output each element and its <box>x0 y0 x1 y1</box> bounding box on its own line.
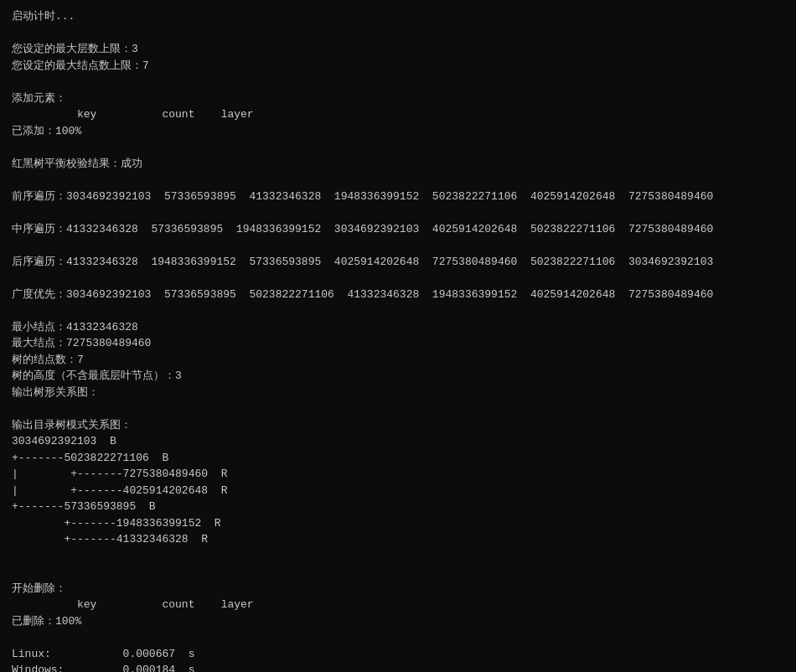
terminal-line-delete-table-header: key count layer <box>12 597 784 613</box>
empty-line-empty9 <box>12 401 784 417</box>
terminal-line-start-timer: 启动计时... <box>12 8 784 25</box>
terminal-line-inorder: 中序遍历：41332346328 57336593895 19483363991… <box>12 221 784 238</box>
terminal-line-max-nodes: 您设定的最大结点数上限：7 <box>12 58 784 75</box>
terminal-line-dir-r2b: +-------41332346328 R <box>12 531 784 548</box>
empty-line-empty7 <box>12 270 784 287</box>
terminal-line-max-node: 最大结点：7275380489460 <box>12 335 784 352</box>
terminal-output: 启动计时...您设定的最大层数上限：3您设定的最大结点数上限：7添加元素： ke… <box>12 8 784 672</box>
terminal-line-bfs: 广度优先：3034692392103 57336593895 502382227… <box>12 287 784 303</box>
terminal-line-add-element-header: 添加元素： <box>12 90 784 107</box>
terminal-line-delete-progress: 已删除：100% <box>12 613 784 630</box>
empty-line-empty12 <box>12 629 784 646</box>
terminal-line-add-progress: 已添加：100% <box>12 123 784 140</box>
empty-line-empty2 <box>12 74 784 90</box>
terminal-line-add-table-header: key count layer <box>12 106 784 123</box>
terminal-line-dir-root: 3034692392103 B <box>12 433 784 450</box>
empty-line-empty4 <box>12 172 784 189</box>
terminal-line-dir-l2b: | +-------4025914202648 R <box>12 483 784 499</box>
terminal-line-preorder: 前序遍历：3034692392103 57336593895 413323463… <box>12 189 784 205</box>
terminal-line-tree-height: 树的高度（不含最底层叶节点）：3 <box>12 368 784 385</box>
terminal-line-dir-l1: +-------5023822271106 B <box>12 450 784 467</box>
terminal-line-max-layer: 您设定的最大层数上限：3 <box>12 41 784 58</box>
terminal-line-dir-r2a: +-------1948336399152 R <box>12 515 784 532</box>
empty-line-empty11 <box>12 564 784 581</box>
terminal-line-dir-l2a: | +-------7275380489460 R <box>12 466 784 483</box>
terminal-line-output-tree: 输出树形关系图： <box>12 385 784 401</box>
empty-line-empty1 <box>12 25 784 42</box>
empty-line-empty10 <box>12 548 784 565</box>
terminal-line-delete-header: 开始删除： <box>12 581 784 597</box>
terminal-line-node-count: 树的结点数：7 <box>12 352 784 369</box>
terminal-line-windows-time: Windows: 0.000184 s <box>12 662 784 672</box>
terminal-line-dir-r1: +-------57336593895 B <box>12 499 784 515</box>
terminal-line-output-dir: 输出目录树模式关系图： <box>12 417 784 434</box>
terminal-line-linux-time: Linux: 0.000667 s <box>12 646 784 663</box>
empty-line-empty8 <box>12 302 784 319</box>
empty-line-empty3 <box>12 139 784 156</box>
terminal-line-rbtree-check: 红黑树平衡校验结果：成功 <box>12 156 784 173</box>
empty-line-empty5 <box>12 204 784 221</box>
terminal-line-min-node: 最小结点：41332346328 <box>12 319 784 336</box>
empty-line-empty6 <box>12 237 784 254</box>
terminal-line-postorder: 后序遍历：41332346328 1948336399152 573365938… <box>12 254 784 271</box>
